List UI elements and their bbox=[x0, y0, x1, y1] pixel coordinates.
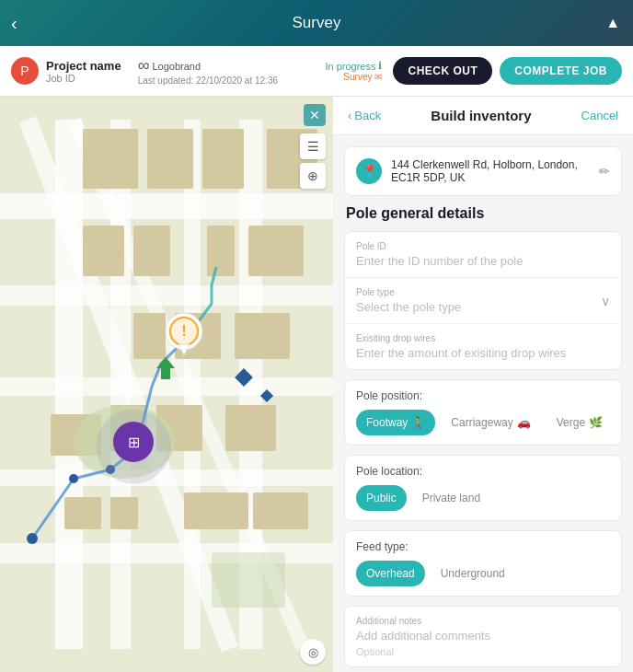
project-name: Project name bbox=[46, 59, 121, 73]
svg-rect-14 bbox=[202, 129, 244, 189]
svg-rect-13 bbox=[147, 129, 193, 189]
panel-back-button[interactable]: ‹ Back bbox=[348, 109, 381, 122]
location-private-option[interactable]: Private land bbox=[412, 485, 490, 511]
last-updated: Last updated: 22/10/2020 at 12:36 bbox=[138, 75, 278, 86]
pole-type-label: Pole type bbox=[356, 287, 461, 297]
svg-rect-22 bbox=[235, 313, 290, 359]
optional-label: Optional bbox=[356, 646, 610, 657]
map-info-button[interactable]: ⊕ bbox=[300, 163, 326, 189]
location-icon: 📍 bbox=[356, 158, 382, 184]
svg-rect-18 bbox=[207, 226, 235, 276]
svg-text:!: ! bbox=[181, 323, 186, 339]
pole-location-label: Pole location: bbox=[356, 465, 610, 478]
feed-underground-option[interactable]: Underground bbox=[431, 561, 515, 586]
svg-rect-28 bbox=[110, 497, 138, 529]
drop-wires-label: Exisiting drop wires bbox=[356, 333, 610, 343]
brand-logo: ∞ Logobrand Last updated: 22/10/2020 at … bbox=[131, 56, 278, 86]
panel-cancel-button[interactable]: Cancel bbox=[581, 109, 618, 122]
underground-label: Underground bbox=[441, 567, 505, 580]
map-close-button[interactable]: ✕ bbox=[304, 104, 326, 126]
svg-point-34 bbox=[69, 474, 78, 483]
chevron-down-icon: ∨ bbox=[601, 294, 610, 308]
position-verge-option[interactable]: Verge 🌿 bbox=[547, 410, 613, 435]
car-icon: 🚗 bbox=[517, 416, 531, 429]
panel-header: ‹ Back Build inventory Cancel bbox=[333, 97, 633, 135]
svg-rect-30 bbox=[253, 492, 308, 529]
topbar-right: In progress ℹ Survey ✉ CHECK OUT COMPLET… bbox=[325, 57, 622, 85]
svg-rect-19 bbox=[248, 226, 304, 276]
pole-position-group: Pole position: Footway 🚶 Carriageway 🚗 V… bbox=[344, 379, 622, 446]
form-card: Pole ID Enter the ID number of the pole … bbox=[344, 231, 622, 370]
pole-type-row: Pole type Select the pole type ∨ bbox=[356, 287, 610, 314]
walking-icon: 🚶 bbox=[411, 416, 425, 429]
position-footway-option[interactable]: Footway 🚶 bbox=[356, 410, 435, 435]
additional-notes-label: Additional notes bbox=[356, 616, 610, 626]
pole-position-label: Pole position: bbox=[356, 389, 610, 402]
app-header: ‹ Survey ▲ bbox=[0, 0, 633, 46]
svg-rect-20 bbox=[133, 313, 166, 359]
survey-status: Survey ✉ bbox=[343, 72, 382, 82]
feed-type-group: Feed type: Overhead Underground bbox=[344, 530, 622, 597]
pole-id-input[interactable]: Enter the ID number of the pole bbox=[356, 254, 610, 268]
public-label: Public bbox=[366, 492, 397, 504]
edit-address-button[interactable]: ✏ bbox=[599, 164, 610, 179]
in-progress-status: In progress ℹ bbox=[325, 60, 382, 72]
section-heading: Pole general details bbox=[344, 205, 622, 222]
verge-icon: 🌿 bbox=[589, 416, 603, 429]
panel-content: 📍 144 Clerkenwell Rd, Holborn, London, E… bbox=[333, 135, 633, 672]
main-layout: ! ⊞ ✕ ☰ ⊕ ◎ bbox=[0, 97, 633, 672]
address-card: 📍 144 Clerkenwell Rd, Holborn, London, E… bbox=[344, 146, 622, 196]
feed-type-options: Overhead Underground bbox=[356, 561, 610, 586]
project-logo-icon: P bbox=[11, 57, 39, 85]
complete-job-button[interactable]: COMPLETE JOB bbox=[500, 57, 622, 85]
brand-name: Logobrand bbox=[153, 61, 201, 72]
envelope-icon: ✉ bbox=[374, 72, 382, 82]
chevron-left-icon: ‹ bbox=[348, 109, 351, 122]
carriageway-label: Carriageway bbox=[451, 416, 512, 429]
checkout-button[interactable]: CHECK OUT bbox=[393, 57, 492, 85]
status-badge: In progress ℹ Survey ✉ bbox=[325, 60, 382, 82]
position-carriageway-option[interactable]: Carriageway 🚗 bbox=[441, 410, 540, 435]
svg-rect-7 bbox=[0, 377, 333, 396]
svg-text:⊞: ⊞ bbox=[128, 434, 140, 450]
private-land-label: Private land bbox=[422, 492, 480, 504]
map-layers-button[interactable]: ☰ bbox=[300, 133, 326, 159]
feed-type-label: Feed type: bbox=[356, 540, 610, 553]
drop-wires-input[interactable]: Enter the amount of exisiting drop wires bbox=[356, 346, 610, 360]
svg-rect-12 bbox=[83, 129, 138, 189]
verge-label: Verge bbox=[557, 416, 585, 429]
pole-position-options: Footway 🚶 Carriageway 🚗 Verge 🌿 bbox=[356, 410, 610, 435]
overhead-label: Overhead bbox=[366, 567, 415, 580]
topbar: P Project name Job ID ∞ Logobrand Last u… bbox=[0, 46, 633, 97]
wifi-icon: ▲ bbox=[605, 15, 620, 31]
svg-rect-26 bbox=[225, 405, 276, 451]
map-area[interactable]: ! ⊞ ✕ ☰ ⊕ ◎ bbox=[0, 97, 333, 672]
feed-overhead-option[interactable]: Overhead bbox=[356, 561, 425, 586]
project-info: Project name Job ID bbox=[46, 59, 121, 84]
additional-notes-field[interactable]: Additional notes Add additional comments… bbox=[344, 606, 622, 667]
pole-id-field[interactable]: Pole ID Enter the ID number of the pole bbox=[345, 232, 621, 278]
svg-rect-17 bbox=[133, 226, 170, 276]
info-icon: ℹ bbox=[378, 60, 382, 72]
project-id: Job ID bbox=[46, 73, 121, 84]
pole-location-options: Public Private land bbox=[356, 485, 610, 511]
pole-type-field[interactable]: Pole type Select the pole type ∨ bbox=[345, 278, 621, 324]
additional-notes-input[interactable]: Add additional comments bbox=[356, 629, 610, 643]
svg-rect-16 bbox=[83, 226, 124, 276]
svg-point-33 bbox=[27, 533, 38, 544]
svg-rect-27 bbox=[64, 497, 101, 529]
panel-title: Build inventory bbox=[381, 108, 581, 123]
pole-location-group: Pole location: Public Private land bbox=[344, 455, 622, 521]
right-panel: ‹ Back Build inventory Cancel 📍 144 Cler… bbox=[333, 97, 633, 672]
pole-type-input[interactable]: Select the pole type bbox=[356, 300, 461, 314]
footway-label: Footway bbox=[366, 416, 408, 429]
svg-rect-6 bbox=[0, 285, 333, 306]
pole-id-label: Pole ID bbox=[356, 241, 610, 251]
header-title: Survey bbox=[293, 14, 341, 32]
drop-wires-field[interactable]: Exisiting drop wires Enter the amount of… bbox=[345, 324, 621, 369]
svg-rect-32 bbox=[212, 552, 285, 608]
header-back-button[interactable]: ‹ bbox=[11, 13, 17, 34]
svg-rect-29 bbox=[184, 492, 248, 529]
map-locator-button[interactable]: ◎ bbox=[300, 639, 326, 665]
location-public-option[interactable]: Public bbox=[356, 485, 407, 511]
